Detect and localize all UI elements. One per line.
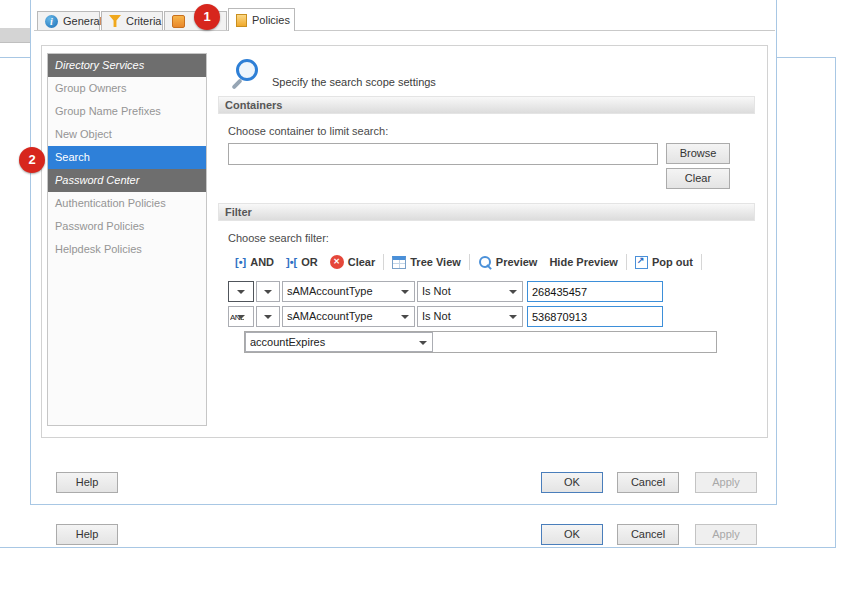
sidebar-item-authentication-policies[interactable]: Authentication Policies (48, 192, 206, 215)
browse-button[interactable]: Browse (666, 143, 730, 164)
filter-row2-value-input[interactable] (527, 306, 663, 327)
attribute-value: accountExpires (250, 336, 418, 348)
hide-preview-label: Hide Preview (549, 256, 617, 268)
pop-out-label: Pop out (652, 256, 693, 268)
toolbar-separator (469, 254, 470, 270)
chevron-down-icon (509, 290, 517, 294)
chevron-down-icon (419, 341, 427, 345)
chevron-down-icon (237, 315, 245, 319)
tab-label: Policies (252, 14, 290, 26)
sidebar-header-directory-services: Directory Services (48, 54, 206, 77)
screen: Help OK Cancel Apply General Criteria Po… (0, 0, 841, 591)
tab-general[interactable]: General (37, 11, 100, 30)
sidebar-item-group-name-prefixes[interactable]: Group Name Prefixes (48, 100, 206, 123)
containers-section-header: Containers (218, 96, 755, 114)
help-button-background[interactable]: Help (56, 524, 118, 545)
chevron-down-icon (509, 315, 517, 319)
ok-button-background[interactable]: OK (541, 524, 603, 545)
and-button[interactable]: AND (229, 254, 280, 270)
operator-value: Is Not (422, 310, 508, 322)
sidebar-item-group-owners[interactable]: Group Owners (48, 77, 206, 100)
scope-description: Specify the search scope settings (272, 76, 436, 88)
pop-out-icon (635, 256, 648, 269)
attribute-value: sAMAccountType (287, 310, 400, 322)
chevron-down-icon (401, 290, 409, 294)
policies-dialog: General Criteria Policies Directory Serv… (30, 0, 777, 505)
chevron-down-icon (237, 290, 245, 294)
filter-row1-attribute-combo[interactable]: sAMAccountType (282, 281, 415, 302)
policies-icon (236, 14, 247, 27)
cancel-button[interactable]: Cancel (617, 472, 679, 493)
tree-view-icon (392, 256, 406, 269)
filter-row3-attribute-combo[interactable]: accountExpires (245, 332, 433, 352)
tab-label: Criteria (126, 15, 161, 27)
toolbar-separator (701, 254, 702, 270)
policies-sidebar: Directory Services Group Owners Group Na… (47, 53, 207, 426)
operator-value: Is Not (422, 285, 508, 297)
info-icon (45, 15, 58, 28)
choose-container-label: Choose container to limit search: (228, 125, 388, 137)
annotation-badge-2: 2 (19, 147, 45, 173)
ok-button[interactable]: OK (541, 472, 603, 493)
filter-row1-operator-combo[interactable]: Is Not (417, 281, 523, 302)
or-button[interactable]: OR (280, 254, 324, 270)
or-label: OR (301, 256, 318, 268)
clear-label: Clear (348, 256, 376, 268)
filter-row2-join-combo[interactable]: AND (228, 306, 254, 327)
or-icon (286, 256, 297, 268)
cancel-button-background[interactable]: Cancel (617, 524, 679, 545)
filter-row1-options-combo[interactable] (256, 281, 280, 302)
sidebar-item-helpdesk-policies[interactable]: Helpdesk Policies (48, 238, 206, 261)
filter-row1-value-input[interactable] (527, 281, 663, 302)
tab-label: General (63, 15, 102, 27)
preview-button[interactable]: Preview (472, 253, 544, 271)
choose-filter-label: Choose search filter: (228, 232, 329, 244)
preview-label: Preview (496, 256, 538, 268)
filter-row2-attribute-combo[interactable]: sAMAccountType (282, 306, 415, 327)
filter-icon (109, 15, 121, 27)
clear-icon (330, 255, 344, 269)
filter-section-header: Filter (218, 203, 755, 221)
tab-criteria[interactable]: Criteria (101, 11, 163, 30)
magnifier-handle (231, 78, 242, 89)
apply-button[interactable]: Apply (695, 472, 757, 493)
and-label: AND (250, 256, 274, 268)
sidebar-item-search[interactable]: Search (48, 146, 206, 169)
tab-policies[interactable]: Policies (228, 8, 295, 31)
annotation-badge-1: 1 (194, 4, 220, 30)
filter-toolbar: AND OR Clear Tree View Preview Hide Prev (229, 251, 704, 273)
toolbar-separator (383, 254, 384, 270)
clear-container-button[interactable]: Clear (666, 168, 730, 189)
filter-row2-options-combo[interactable] (256, 306, 280, 327)
hide-preview-button[interactable]: Hide Preview (543, 254, 623, 270)
search-scope-icon (229, 59, 261, 91)
clear-filter-button[interactable]: Clear (324, 253, 382, 271)
tabstrip-divider (34, 30, 775, 31)
sidebar-header-password-center: Password Center (48, 169, 206, 192)
filter-row2-operator-combo[interactable]: Is Not (417, 306, 523, 327)
chevron-down-icon (401, 315, 409, 319)
filter-row1-join-combo[interactable] (228, 281, 254, 302)
and-icon (235, 256, 246, 268)
apply-button-background[interactable]: Apply (695, 524, 757, 545)
tree-view-label: Tree View (410, 256, 461, 268)
tree-view-button[interactable]: Tree View (386, 254, 467, 271)
chevron-down-icon (264, 315, 272, 319)
attribute-value: sAMAccountType (287, 285, 400, 297)
chevron-down-icon (264, 290, 272, 294)
sidebar-item-password-policies[interactable]: Password Policies (48, 215, 206, 238)
toolbar-separator (626, 254, 627, 270)
pop-out-button[interactable]: Pop out (629, 254, 699, 271)
help-button[interactable]: Help (56, 472, 118, 493)
sidebar-item-new-object[interactable]: New Object (48, 123, 206, 146)
container-input[interactable] (228, 143, 658, 165)
document-icon (172, 15, 185, 28)
preview-icon (478, 255, 492, 269)
